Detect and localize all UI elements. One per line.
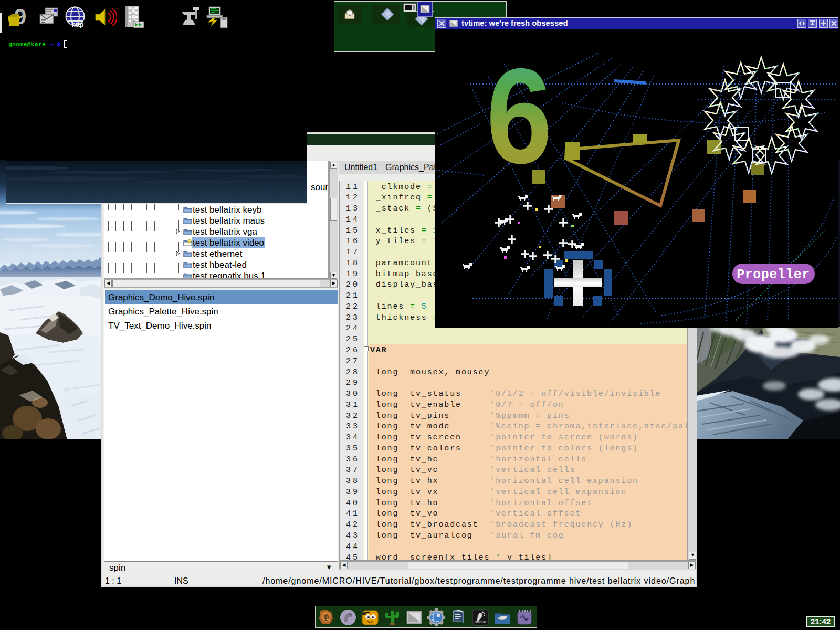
svg-text:http: http: [72, 21, 84, 28]
svg-text:6: 6: [486, 40, 552, 191]
svg-text:GNOME: GNOME: [475, 621, 486, 624]
svg-text:Propeller: Propeller: [737, 267, 810, 282]
svg-text:tL: tL: [322, 615, 329, 622]
